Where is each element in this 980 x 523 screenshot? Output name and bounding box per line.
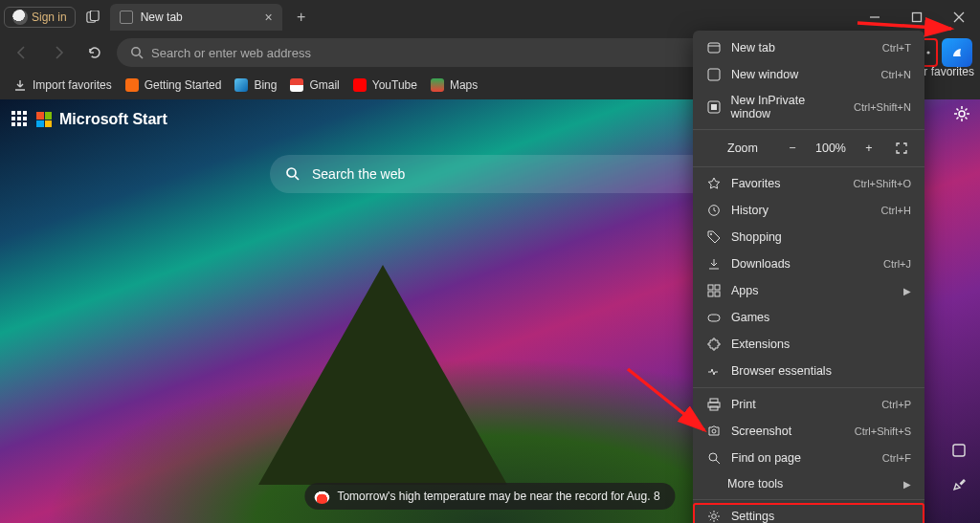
tab-favicon-icon: [120, 11, 133, 24]
svg-point-6: [132, 48, 140, 55]
fav-bing[interactable]: Bing: [234, 78, 277, 92]
menu-favorites[interactable]: FavoritesCtrl+Shift+O: [693, 170, 924, 197]
copilot-button[interactable]: [942, 38, 972, 67]
svg-rect-17: [708, 69, 720, 80]
menu-shopping[interactable]: Shopping: [693, 224, 924, 251]
menu-find-on-page[interactable]: Find on pageCtrl+F: [693, 445, 924, 471]
search-icon: [285, 166, 301, 182]
page-settings-button[interactable]: [953, 105, 970, 122]
history-icon: [706, 203, 722, 218]
svg-rect-1: [90, 11, 99, 21]
svg-rect-14: [953, 445, 965, 456]
svg-point-11: [959, 111, 965, 117]
chevron-right-icon: ▶: [903, 286, 911, 296]
gmail-icon: [290, 78, 303, 92]
svg-point-21: [710, 233, 712, 235]
youtube-icon: [353, 78, 367, 92]
thermometer-icon: [314, 489, 329, 504]
svg-rect-27: [710, 399, 718, 403]
menu-apps[interactable]: Apps▶: [693, 277, 924, 304]
print-icon: [706, 397, 722, 412]
expand-feed-button[interactable]: [947, 439, 970, 462]
svg-rect-3: [913, 13, 922, 22]
ntp-search-box[interactable]: Search the web: [270, 155, 710, 193]
menu-new-tab[interactable]: New tabCtrl+T: [693, 34, 924, 61]
background-mountain: [258, 265, 507, 485]
profile-avatar-icon: [12, 10, 28, 25]
flame-icon: [125, 78, 139, 92]
svg-line-7: [140, 55, 144, 59]
app-menu: New tabCtrl+T New windowCtrl+N New InPri…: [693, 31, 924, 523]
menu-more-tools[interactable]: More tools▶: [693, 471, 924, 496]
menu-zoom-row: Zoom − 100% +: [693, 133, 924, 163]
ntp-search-placeholder: Search the web: [312, 166, 405, 182]
window-close-button[interactable]: [938, 2, 980, 33]
svg-point-10: [926, 51, 929, 54]
svg-line-32: [716, 460, 720, 464]
refresh-button[interactable]: [80, 38, 109, 67]
new-tab-button[interactable]: +: [288, 4, 315, 31]
tab-actions-button[interactable]: [81, 11, 104, 24]
svg-point-12: [287, 168, 296, 177]
browser-tab[interactable]: New tab ×: [110, 4, 282, 31]
svg-rect-26: [708, 315, 720, 321]
gear-icon: [706, 509, 722, 523]
weather-text: Tomorrow's high temperature may be near …: [337, 490, 659, 503]
menu-downloads[interactable]: DownloadsCtrl+J: [693, 251, 924, 277]
extensions-icon: [706, 337, 722, 352]
import-favorites-button[interactable]: Import favorites: [13, 78, 112, 92]
fav-youtube[interactable]: YouTube: [353, 78, 417, 92]
back-button[interactable]: [8, 38, 36, 67]
new-tab-icon: [706, 40, 722, 55]
signin-label: Sign in: [32, 11, 67, 24]
menu-browser-essentials[interactable]: Browser essentials: [693, 358, 924, 384]
microsoft-logo-icon: [36, 112, 52, 127]
find-icon: [706, 450, 722, 466]
customize-button[interactable]: [947, 473, 970, 496]
tab-title: New tab: [141, 11, 183, 24]
menu-history[interactable]: HistoryCtrl+H: [693, 197, 924, 224]
download-icon: [706, 256, 722, 272]
inprivate-icon: [706, 99, 721, 115]
fullscreen-button[interactable]: [892, 139, 911, 158]
chevron-right-icon: ▶: [903, 479, 911, 490]
svg-point-31: [709, 453, 717, 461]
zoom-value: 100%: [815, 142, 846, 155]
weather-pill[interactable]: Tomorrow's high temperature may be near …: [304, 483, 675, 510]
menu-extensions[interactable]: Extensions: [693, 331, 924, 358]
games-icon: [706, 310, 722, 325]
menu-print[interactable]: PrintCtrl+P: [693, 391, 924, 418]
app-launcher-button[interactable]: [11, 111, 29, 128]
forward-button[interactable]: [44, 38, 73, 67]
window-minimize-button[interactable]: [854, 2, 896, 33]
bing-icon: [234, 78, 248, 92]
fav-gmail[interactable]: Gmail: [290, 78, 339, 92]
svg-point-30: [712, 429, 716, 433]
brand-title: Microsoft Start: [59, 111, 167, 128]
menu-new-window[interactable]: New windowCtrl+N: [693, 61, 924, 88]
tab-close-button[interactable]: ×: [265, 10, 273, 25]
menu-settings[interactable]: Settings: [693, 503, 924, 523]
svg-point-33: [712, 514, 717, 519]
svg-rect-15: [708, 43, 720, 53]
maps-icon: [431, 78, 444, 92]
svg-rect-25: [715, 292, 720, 296]
tag-icon: [706, 229, 722, 245]
pulse-icon: [706, 363, 722, 379]
fav-maps[interactable]: Maps: [431, 78, 478, 92]
star-icon: [706, 176, 722, 191]
fav-getting-started[interactable]: Getting Started: [125, 78, 222, 92]
screenshot-icon: [706, 424, 722, 439]
apps-icon: [706, 283, 722, 298]
window-icon: [706, 67, 722, 82]
svg-rect-19: [711, 104, 717, 110]
menu-screenshot[interactable]: ScreenshotCtrl+Shift+S: [693, 418, 924, 445]
copilot-icon: [949, 45, 965, 60]
zoom-out-button[interactable]: −: [783, 139, 802, 158]
menu-new-inprivate[interactable]: New InPrivate windowCtrl+Shift+N: [693, 88, 924, 126]
zoom-in-button[interactable]: +: [859, 139, 879, 158]
window-maximize-button[interactable]: [896, 2, 938, 33]
menu-games[interactable]: Games: [693, 304, 924, 331]
signin-button[interactable]: Sign in: [4, 7, 76, 28]
svg-line-13: [295, 176, 299, 180]
